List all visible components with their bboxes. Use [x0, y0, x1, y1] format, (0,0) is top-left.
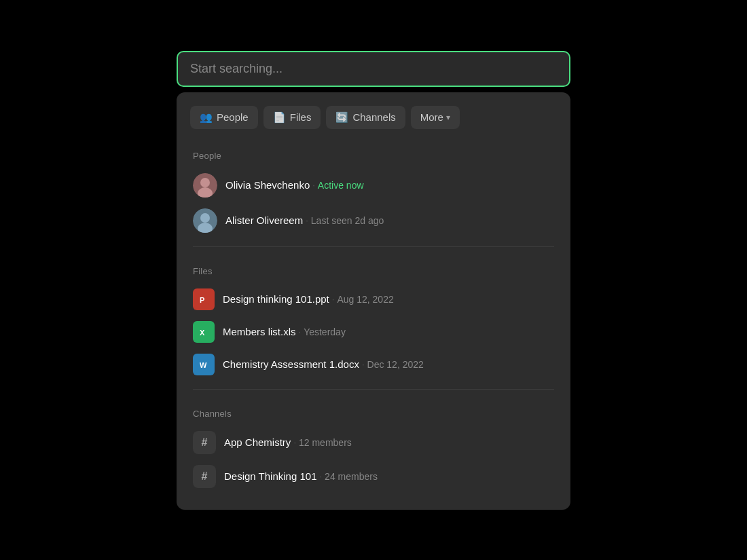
status-badge: Active now [318, 180, 364, 191]
list-item[interactable]: W Chemistry Assessment 1.docx · Dec 12, … [193, 348, 554, 381]
channel-info: App Chemistry · 12 members [224, 436, 352, 448]
channels-section-label: Channels [193, 409, 554, 419]
file-info: Design thinking 101.ppt · Aug 12, 2022 [223, 293, 394, 305]
search-input-wrapper [177, 51, 570, 87]
tab-channels-label: Channels [352, 111, 395, 123]
tab-more[interactable]: More ▾ [411, 106, 460, 129]
list-item[interactable]: X Members list.xls · Yesterday [193, 316, 554, 348]
list-item[interactable]: # Design Thinking 101 · 24 members [193, 460, 554, 493]
separator: · [306, 215, 308, 225]
search-container: 👥 People 📄 Files 🔄 Channels More ▾ Peopl… [177, 51, 570, 510]
results-panel: 👥 People 📄 Files 🔄 Channels More ▾ Peopl… [177, 92, 570, 510]
file-date: Aug 12, 2022 [337, 294, 393, 305]
channel-members: 24 members [325, 471, 378, 482]
file-name: Design thinking 101.ppt [223, 293, 329, 305]
files-section: Files P Design thinking 101.ppt · Aug 12… [177, 255, 570, 381]
section-divider [193, 389, 554, 390]
file-info: Chemistry Assessment 1.docx · Dec 12, 20… [223, 358, 424, 370]
files-section-label: Files [193, 266, 554, 276]
xls-icon: X [193, 321, 215, 343]
person-name: Olivia Shevchenko [225, 179, 310, 191]
svg-point-1 [200, 178, 210, 187]
channel-name: Design Thinking 101 [224, 470, 316, 482]
section-divider [193, 246, 554, 247]
separator: · [299, 326, 302, 337]
doc-icon: W [193, 354, 215, 375]
separator: · [312, 180, 315, 190]
separator: · [293, 437, 296, 447]
tab-channels[interactable]: 🔄 Channels [326, 106, 405, 129]
channel-hash-icon: # [193, 431, 216, 454]
hash-symbol: # [202, 436, 208, 449]
filter-tabs: 👥 People 📄 Files 🔄 Channels More ▾ [177, 106, 570, 140]
file-date: Dec 12, 2022 [367, 359, 424, 370]
list-item[interactable]: Olivia Shevchenko · Active now [193, 168, 554, 203]
search-input[interactable] [177, 51, 570, 87]
channel-info: Design Thinking 101 · 24 members [224, 470, 378, 482]
hash-symbol: # [202, 470, 208, 483]
svg-text:W: W [200, 361, 207, 369]
svg-text:X: X [200, 329, 205, 337]
avatar [193, 208, 217, 233]
separator: · [332, 294, 335, 304]
tab-files-label: Files [290, 111, 312, 123]
tab-files[interactable]: 📄 Files [263, 106, 321, 129]
separator: · [362, 359, 365, 369]
status-badge: Last seen 2d ago [311, 215, 384, 226]
file-name: Members list.xls [223, 326, 296, 337]
people-icon: 👥 [200, 111, 213, 124]
person-name: Alister Olivereem [225, 214, 303, 226]
chevron-down-icon: ▾ [446, 113, 450, 122]
tab-people[interactable]: 👥 People [190, 106, 258, 129]
person-info: Olivia Shevchenko · Active now [225, 179, 364, 191]
tab-more-label: More [420, 111, 443, 123]
people-section-label: People [193, 151, 554, 161]
file-name: Chemistry Assessment 1.docx [223, 358, 359, 370]
channel-hash-icon: # [193, 465, 216, 488]
avatar [193, 173, 217, 198]
ppt-icon: P [193, 288, 215, 310]
separator: · [319, 471, 322, 481]
files-icon: 📄 [273, 111, 286, 124]
list-item[interactable]: # App Chemistry · 12 members [193, 426, 554, 460]
channel-name: App Chemistry [224, 436, 291, 448]
list-item[interactable]: P Design thinking 101.ppt · Aug 12, 2022 [193, 283, 554, 316]
svg-point-4 [200, 213, 210, 223]
file-info: Members list.xls · Yesterday [223, 326, 346, 337]
channels-icon: 🔄 [335, 111, 348, 124]
channel-members: 12 members [299, 437, 352, 448]
svg-text:P: P [200, 296, 204, 304]
tab-people-label: People [217, 111, 249, 123]
file-date: Yesterday [304, 326, 346, 337]
list-item[interactable]: Alister Olivereem · Last seen 2d ago [193, 203, 554, 238]
people-section: People Olivia Shevchenko · Active now [177, 140, 570, 238]
person-info: Alister Olivereem · Last seen 2d ago [225, 214, 384, 226]
channels-section: Channels # App Chemistry · 12 members # [177, 398, 570, 493]
